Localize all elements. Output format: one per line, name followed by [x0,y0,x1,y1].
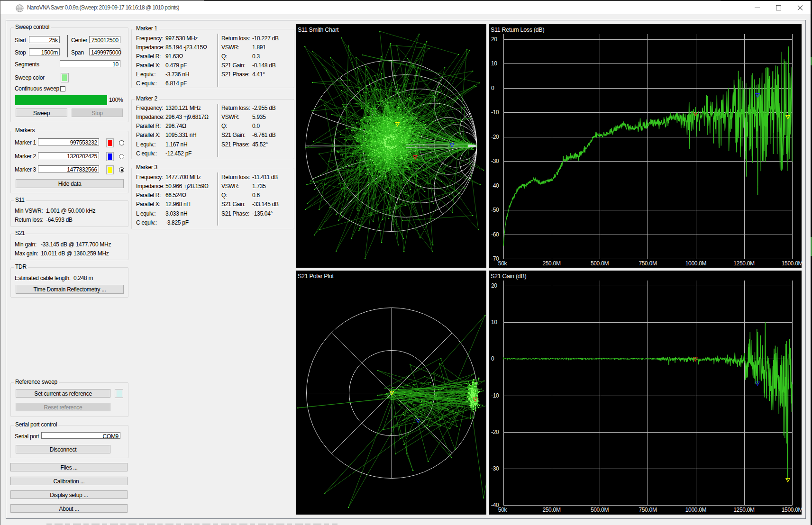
svg-text:1000.0M: 1000.0M [685,507,707,513]
svg-text:250.0M: 250.0M [542,260,561,267]
svg-text:500.0M: 500.0M [591,260,609,267]
svg-text:0: 0 [491,355,494,362]
svg-text:-10: -10 [491,109,499,116]
svg-text:-10: -10 [491,392,499,399]
svg-text:-30: -30 [491,465,499,472]
svg-text:S11 Return Loss (dB): S11 Return Loss (dB) [491,27,544,33]
svg-text:1500.0M: 1500.0M [782,507,802,513]
svg-text:1250.0M: 1250.0M [733,507,755,513]
svg-text:10: 10 [491,60,497,67]
svg-text:-20: -20 [491,134,499,140]
svg-text:750.0M: 750.0M [639,507,657,513]
svg-text:-40: -40 [491,182,499,189]
svg-text:750.0M: 750.0M [639,260,657,267]
svg-text:-50: -50 [491,207,499,213]
svg-text:50k: 50k [498,507,508,513]
svg-text:-20: -20 [491,429,499,435]
svg-text:500.0M: 500.0M [591,507,609,513]
svg-text:-30: -30 [491,158,499,164]
svg-text:-60: -60 [491,231,499,238]
svg-text:250.0M: 250.0M [542,507,561,513]
svg-text:10: 10 [491,319,497,326]
svg-text:20: 20 [491,282,497,289]
svg-text:1500.0M: 1500.0M [782,260,802,267]
svg-text:1000.0M: 1000.0M [685,260,707,267]
svg-text:50k: 50k [498,260,508,267]
svg-text:S21 Polar Plot: S21 Polar Plot [298,273,334,280]
svg-text:1250.0M: 1250.0M [733,260,755,267]
svg-text:S11 Smith Chart: S11 Smith Chart [298,27,339,33]
svg-text:0: 0 [491,85,494,91]
svg-text:20: 20 [491,36,497,43]
svg-text:S21 Gain (dB): S21 Gain (dB) [491,273,526,280]
